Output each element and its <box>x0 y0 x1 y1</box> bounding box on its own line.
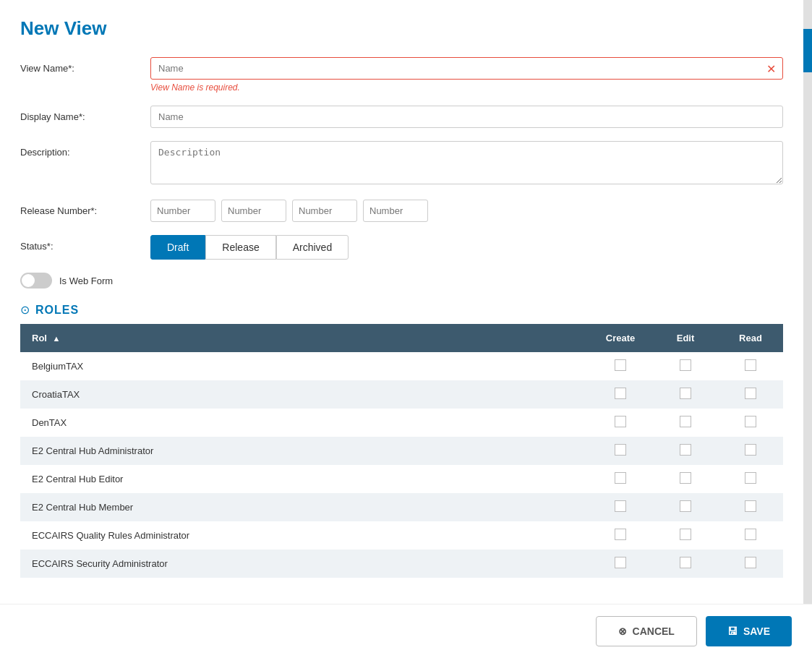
status-archived-button[interactable]: Archived <box>276 235 349 260</box>
roles-collapse-icon[interactable]: ⊙ <box>20 303 30 317</box>
role-read-cell <box>718 521 783 550</box>
col-header-edit: Edit <box>653 324 718 352</box>
role-create-checkbox[interactable] <box>615 500 626 512</box>
role-edit-cell <box>653 437 718 465</box>
col-header-read: Read <box>718 324 783 352</box>
role-name-cell: CroatiaTAX <box>20 380 588 409</box>
role-edit-cell <box>653 550 718 578</box>
table-row: E2 Central Hub Editor <box>20 465 783 493</box>
role-edit-cell <box>653 465 718 493</box>
role-create-cell <box>588 521 653 550</box>
save-button[interactable]: 🖫 SAVE <box>706 616 792 646</box>
cancel-icon: ⊗ <box>618 625 627 637</box>
is-web-form-toggle[interactable] <box>20 273 52 289</box>
table-row: ECCAIRS Quality Rules Administrator <box>20 521 783 550</box>
role-read-cell <box>718 493 783 521</box>
footer-buttons: ⊗ CANCEL 🖫 SAVE <box>0 604 812 658</box>
role-create-checkbox[interactable] <box>615 557 626 568</box>
role-create-cell <box>588 437 653 465</box>
role-edit-checkbox[interactable] <box>680 388 691 399</box>
role-create-cell <box>588 409 653 437</box>
role-read-cell <box>718 465 783 493</box>
view-name-error: View Name is required. <box>150 82 783 93</box>
role-create-checkbox[interactable] <box>615 472 626 484</box>
role-create-cell <box>588 465 653 493</box>
save-icon: 🖫 <box>727 625 738 637</box>
role-read-checkbox[interactable] <box>745 500 756 512</box>
role-edit-cell <box>653 493 718 521</box>
role-read-cell <box>718 409 783 437</box>
role-read-checkbox[interactable] <box>745 529 756 540</box>
role-read-checkbox[interactable] <box>745 388 756 399</box>
role-create-checkbox[interactable] <box>615 388 626 399</box>
table-row: BelgiumTAX <box>20 352 783 380</box>
cancel-button[interactable]: ⊗ CANCEL <box>596 616 697 646</box>
role-edit-cell <box>653 352 718 380</box>
status-release-button[interactable]: Release <box>205 235 275 260</box>
role-edit-checkbox[interactable] <box>680 500 691 512</box>
role-create-checkbox[interactable] <box>615 359 626 371</box>
status-button-group: Draft Release Archived <box>150 235 783 260</box>
roles-section: ⊙ ROLES Rol ▲ Create Edit Read BelgiumTA… <box>20 303 783 578</box>
table-row: CroatiaTAX <box>20 380 783 409</box>
role-read-checkbox[interactable] <box>745 359 756 371</box>
save-label: SAVE <box>743 625 770 637</box>
release-number-1[interactable] <box>150 200 215 222</box>
role-edit-checkbox[interactable] <box>680 359 691 371</box>
view-name-input[interactable] <box>150 57 783 80</box>
status-draft-button[interactable]: Draft <box>150 235 205 260</box>
page-title: New View <box>20 17 783 40</box>
role-name-cell: BelgiumTAX <box>20 352 588 380</box>
table-row: E2 Central Hub Administrator <box>20 437 783 465</box>
status-label: Status*: <box>20 235 150 252</box>
role-name-cell: E2 Central Hub Administrator <box>20 437 588 465</box>
role-create-checkbox[interactable] <box>615 416 626 427</box>
table-row: DenTAX <box>20 409 783 437</box>
role-name-cell: DenTAX <box>20 409 588 437</box>
role-create-cell <box>588 493 653 521</box>
role-edit-checkbox[interactable] <box>680 529 691 540</box>
role-edit-checkbox[interactable] <box>680 444 691 456</box>
description-label: Description: <box>20 141 150 158</box>
role-create-cell <box>588 352 653 380</box>
role-read-checkbox[interactable] <box>745 472 756 484</box>
role-edit-cell <box>653 521 718 550</box>
role-name-cell: E2 Central Hub Member <box>20 493 588 521</box>
scrollbar-thumb[interactable] <box>803 29 812 72</box>
role-read-cell <box>718 352 783 380</box>
sort-icon[interactable]: ▲ <box>53 334 61 343</box>
release-number-4[interactable] <box>363 200 428 222</box>
roles-title: ROLES <box>35 304 79 317</box>
display-name-input[interactable] <box>150 106 783 128</box>
is-web-form-label: Is Web Form <box>59 275 113 286</box>
role-edit-checkbox[interactable] <box>680 416 691 427</box>
cancel-label: CANCEL <box>633 625 675 637</box>
role-name-cell: ECCAIRS Quality Rules Administrator <box>20 521 588 550</box>
clear-icon[interactable]: ✕ <box>766 61 776 75</box>
roles-table: Rol ▲ Create Edit Read BelgiumTAXCroatia… <box>20 324 783 578</box>
scrollbar[interactable] <box>803 0 812 658</box>
role-read-checkbox[interactable] <box>745 557 756 568</box>
table-row: E2 Central Hub Member <box>20 493 783 521</box>
release-number-2[interactable] <box>221 200 286 222</box>
role-name-cell: ECCAIRS Security Administrator <box>20 550 588 578</box>
table-row: ECCAIRS Security Administrator <box>20 550 783 578</box>
role-create-checkbox[interactable] <box>615 529 626 540</box>
role-edit-checkbox[interactable] <box>680 557 691 568</box>
release-number-label: Release Number*: <box>20 200 150 216</box>
display-name-label: Display Name*: <box>20 106 150 122</box>
role-read-checkbox[interactable] <box>745 444 756 456</box>
role-create-checkbox[interactable] <box>615 444 626 456</box>
role-edit-cell <box>653 409 718 437</box>
description-input[interactable] <box>150 141 783 184</box>
role-edit-cell <box>653 380 718 409</box>
role-read-cell <box>718 550 783 578</box>
col-header-create: Create <box>588 324 653 352</box>
toggle-knob <box>22 274 35 287</box>
role-read-cell <box>718 380 783 409</box>
release-number-3[interactable] <box>292 200 357 222</box>
view-name-label: View Name*: <box>20 57 150 74</box>
role-read-checkbox[interactable] <box>745 416 756 427</box>
role-create-cell <box>588 550 653 578</box>
role-edit-checkbox[interactable] <box>680 472 691 484</box>
